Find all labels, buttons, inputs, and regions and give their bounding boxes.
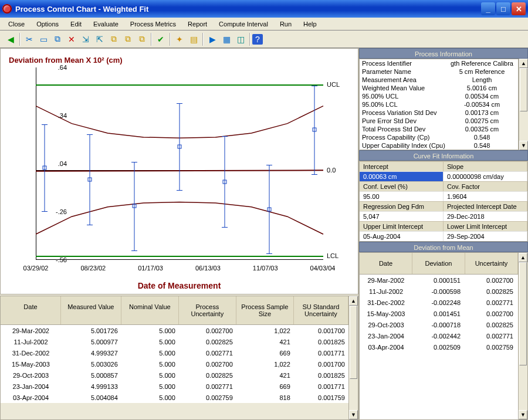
cut-icon[interactable]: ✂ bbox=[22, 32, 36, 46]
scroll-down-icon[interactable]: ▼ bbox=[349, 410, 358, 419]
play-icon[interactable]: ▶ bbox=[205, 32, 219, 46]
info-row: Parameter Name5 cm Reference bbox=[360, 67, 518, 76]
title-bar: Process Control Chart - Weighted Fit _ □… bbox=[0, 0, 528, 18]
copy-icon[interactable]: ⧉ bbox=[50, 32, 65, 46]
delete-icon[interactable]: ✕ bbox=[65, 32, 79, 46]
menu-edit[interactable]: Edit bbox=[66, 19, 86, 29]
table-row[interactable]: 23-Jan-2004-0.0024420.002771 bbox=[360, 330, 518, 341]
scroll-up-icon[interactable]: ▲ bbox=[519, 253, 527, 262]
menu-run[interactable]: Run bbox=[275, 19, 296, 29]
menu-report[interactable]: Report bbox=[183, 19, 212, 29]
info-row: 95.00% UCL0.00534 cm bbox=[360, 92, 518, 100]
close-button[interactable]: ✕ bbox=[512, 2, 526, 15]
note-icon[interactable]: ▤ bbox=[187, 32, 201, 46]
dup1-icon[interactable]: ⧉ bbox=[107, 32, 121, 46]
chart-ytitle: Deviation from Mean X 10² (cm) bbox=[9, 56, 123, 65]
table-row[interactable]: 23-Jan-20044.9991335.0000.0027716690.001… bbox=[1, 381, 348, 392]
x-tick: 04/03/04 bbox=[302, 265, 343, 272]
table-row[interactable]: 29-Mar-20025.0017265.0000.0027001,0220.0… bbox=[1, 325, 348, 336]
toggle-icon[interactable]: ◫ bbox=[233, 32, 248, 46]
data-point[interactable] bbox=[268, 207, 272, 211]
curve-label: Lower Limit Intercept bbox=[444, 221, 527, 231]
tree-expand-icon[interactable]: ⇲ bbox=[79, 32, 93, 46]
x-tick: 08/23/02 bbox=[73, 265, 114, 272]
curve-fit-header: Curve Fit Information bbox=[359, 150, 528, 161]
table-header: Date Measured Value Nominal Value Proces… bbox=[1, 296, 348, 325]
x-tick: 06/13/03 bbox=[187, 265, 228, 272]
lcl-label: LCL bbox=[327, 252, 339, 259]
curve-value[interactable]: 0.00000098 cm/day bbox=[444, 171, 527, 181]
scroll-up-icon[interactable]: ▲ bbox=[349, 296, 358, 306]
curve-label: Slope bbox=[444, 161, 527, 171]
process-info-list: Process Identifiergth Reference CalibraP… bbox=[359, 59, 519, 150]
process-info-scrollbar[interactable]: ▲ ▼ bbox=[519, 59, 528, 150]
menu-options[interactable]: Options bbox=[32, 19, 63, 29]
table-row[interactable]: 29-Oct-20035.0008575.0000.0028254210.001… bbox=[1, 370, 348, 381]
app-icon bbox=[2, 4, 12, 13]
scroll-down-icon[interactable]: ▼ bbox=[519, 410, 527, 419]
info-row: 95.00% LCL-0.00534 cm bbox=[360, 100, 518, 109]
deviation-table: Date Deviation Uncertainty 29-Mar-20020.… bbox=[360, 253, 518, 419]
tree-collapse-icon[interactable]: ⇱ bbox=[93, 32, 107, 46]
scroll-down-icon[interactable]: ▼ bbox=[519, 141, 528, 150]
table-row[interactable]: 11-Jul-2002-0.0005980.002825 bbox=[360, 286, 518, 297]
data-point[interactable] bbox=[222, 179, 226, 184]
table-row[interactable]: 29-Oct-2003-0.0007180.002825 bbox=[360, 319, 518, 330]
process-info-header: Process Information bbox=[359, 48, 528, 59]
grid-icon[interactable]: ▦ bbox=[219, 32, 233, 46]
x-tick: 03/29/02 bbox=[15, 265, 56, 272]
curve-value[interactable]: 29-Sep-2004 bbox=[444, 231, 527, 241]
curve-value[interactable]: 05-Aug-2004 bbox=[360, 231, 444, 241]
curve-label: Conf. Level (%) bbox=[360, 181, 444, 191]
table-scrollbar[interactable]: ▲ ▼ bbox=[348, 296, 358, 419]
data-point[interactable] bbox=[178, 145, 182, 149]
deviation-scrollbar[interactable]: ▲ ▼ bbox=[518, 253, 527, 419]
table-row[interactable]: 11-Jul-20025.0009775.0000.0028254210.001… bbox=[1, 336, 348, 347]
table-row[interactable]: 15-May-20035.0030265.0000.0027001,0220.0… bbox=[1, 358, 348, 370]
table-row[interactable]: 31-Dec-20024.9993275.0000.0027716690.001… bbox=[1, 347, 348, 358]
wand-icon[interactable]: ✦ bbox=[172, 32, 187, 46]
y-tick: .64 bbox=[38, 64, 67, 71]
menu-help[interactable]: Help bbox=[299, 19, 321, 29]
menu-metrics[interactable]: Process Metrics bbox=[126, 19, 181, 29]
dup2-icon[interactable]: ⧉ bbox=[121, 32, 135, 46]
curve-value[interactable]: 0.00063 cm bbox=[360, 171, 444, 181]
chart-xtitle: Date of Measurement bbox=[1, 281, 358, 290]
curve-value[interactable]: 29-Dec-2018 bbox=[444, 211, 527, 221]
curve-label: Cov. Factor bbox=[444, 181, 527, 191]
info-row: Upper Capability Index (Cpu)0.548 bbox=[360, 141, 518, 150]
y-tick: -.26 bbox=[38, 208, 67, 215]
y-tick: .34 bbox=[38, 112, 67, 119]
curve-value[interactable]: 5,047 bbox=[360, 211, 444, 221]
info-row: Process Identifiergth Reference Calibra bbox=[360, 59, 518, 67]
data-point[interactable] bbox=[87, 178, 92, 182]
menu-interval[interactable]: Compute Interval bbox=[214, 19, 273, 29]
curve-value[interactable]: 1.9604 bbox=[444, 191, 527, 201]
minimize-button[interactable]: _ bbox=[481, 2, 495, 15]
back-icon[interactable]: ◀ bbox=[4, 32, 18, 46]
help-icon[interactable]: ? bbox=[252, 34, 263, 45]
deviation-header: Deviation from Mean bbox=[359, 242, 528, 252]
table-row[interactable]: 03-Apr-20040.0025090.002759 bbox=[360, 341, 518, 353]
window-title: Process Control Chart - Weighted Fit bbox=[15, 5, 480, 13]
maximize-button[interactable]: □ bbox=[496, 2, 510, 15]
data-table: Date Measured Value Nominal Value Proces… bbox=[0, 296, 358, 420]
dup3-icon[interactable]: ⧉ bbox=[135, 32, 149, 46]
y-tick: -.56 bbox=[38, 256, 67, 263]
zero-label: 0.0 bbox=[327, 167, 336, 174]
data-point[interactable] bbox=[133, 204, 137, 208]
new-icon[interactable]: ▭ bbox=[36, 32, 50, 46]
info-row: Measurement AreaLength bbox=[360, 76, 518, 84]
check-icon[interactable]: ✔ bbox=[154, 32, 168, 46]
table-row[interactable]: 15-May-20030.0014510.002700 bbox=[360, 308, 518, 319]
info-row: Process Capability (Cp)0.548 bbox=[360, 133, 518, 141]
table-row[interactable]: 03-Apr-20045.0040845.0000.0027598180.001… bbox=[1, 392, 348, 403]
table-row[interactable]: 31-Dec-2002-0.0022480.002771 bbox=[360, 297, 518, 308]
menu-close[interactable]: Close bbox=[4, 19, 29, 29]
menu-evaluate[interactable]: Evaluate bbox=[89, 19, 123, 29]
curve-label: Regression Deg Fdm bbox=[360, 201, 444, 211]
scroll-up-icon[interactable]: ▲ bbox=[519, 59, 528, 68]
curve-value[interactable]: 95.00 bbox=[360, 191, 444, 201]
data-point[interactable] bbox=[313, 128, 317, 132]
table-row[interactable]: 29-Mar-20020.0001510.002700 bbox=[360, 275, 518, 286]
